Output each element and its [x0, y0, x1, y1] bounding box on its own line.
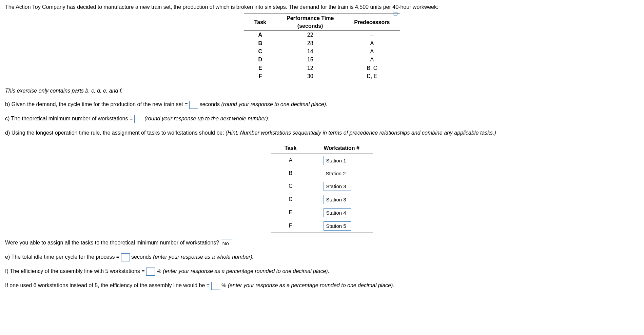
- assign-col-ws: Workstation #: [310, 143, 373, 154]
- part-d: d) Using the longest operation time rule…: [5, 129, 639, 137]
- assign-row: C Station 3: [271, 180, 373, 193]
- part-f: f) The efficiency of the assembly line w…: [5, 268, 639, 276]
- table-row: F 30 D, E: [244, 72, 400, 81]
- col-time: Performance Time(seconds): [276, 14, 344, 31]
- intro-text: The Action Toy Company has decided to ma…: [5, 3, 639, 11]
- assign-row: A Station 1: [271, 154, 373, 167]
- col-pred: Predecessors: [344, 14, 400, 31]
- station-text: Station 2: [324, 169, 351, 178]
- problem-container: The Action Toy Company has decided to ma…: [5, 3, 639, 290]
- station-select[interactable]: Station 1: [324, 156, 351, 165]
- assign-row: F Station 5: [271, 219, 373, 233]
- assign-row: B Station 2: [271, 167, 373, 180]
- station-select[interactable]: Station 3: [324, 182, 351, 191]
- parts-note: This exercise only contains parts b, c, …: [5, 87, 639, 95]
- part-f2: If one used 6 workstations instead of 5,…: [5, 282, 639, 290]
- cycle-time-input[interactable]: [189, 101, 198, 109]
- table-row: E 12 B, C: [244, 64, 400, 72]
- table-row: C 14 A: [244, 47, 400, 56]
- idle-time-input[interactable]: [121, 253, 130, 261]
- part-b: b) Given the demand, the cycle time for …: [5, 101, 639, 109]
- table-row: A 22 –: [244, 31, 400, 39]
- assign-row: E Station 4: [271, 206, 373, 219]
- station-select[interactable]: Station 4: [324, 208, 351, 217]
- task-table: Task Performance Time(seconds) Predecess…: [244, 14, 400, 81]
- station-select[interactable]: Station 3: [324, 195, 351, 204]
- efficiency-6-input[interactable]: [211, 282, 220, 290]
- min-answer-select[interactable]: No: [221, 239, 232, 247]
- copy-icon[interactable]: ❐: [393, 11, 398, 18]
- assign-row: D Station 3: [271, 193, 373, 206]
- min-workstations-input[interactable]: [134, 115, 143, 123]
- part-e: e) The total idle time per cycle for the…: [5, 253, 639, 261]
- part-c: c) The theoretical minimum number of wor…: [5, 115, 639, 123]
- min-question: Were you able to assign all the tasks to…: [5, 239, 639, 247]
- station-select[interactable]: Station 5: [324, 221, 351, 231]
- efficiency-5-input[interactable]: [146, 268, 155, 276]
- col-task: Task: [244, 14, 276, 31]
- table-row: B 28 A: [244, 39, 400, 47]
- table-row: D 15 A: [244, 56, 400, 64]
- assignment-table: Task Workstation # A Station 1 B Station…: [271, 143, 373, 233]
- assign-col-task: Task: [271, 143, 310, 154]
